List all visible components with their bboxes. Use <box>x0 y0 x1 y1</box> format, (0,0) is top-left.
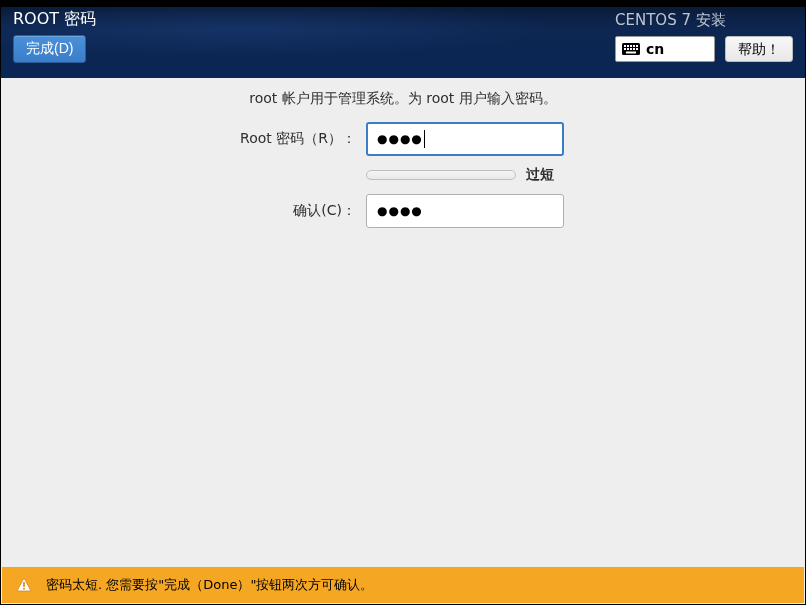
password-strength-bar <box>366 170 516 180</box>
svg-rect-10 <box>636 48 638 50</box>
keyboard-layout-label: cn <box>646 41 664 57</box>
svg-rect-11 <box>626 52 636 54</box>
svg-rect-5 <box>636 45 638 47</box>
warning-message: 密码太短. 您需要按"完成（Done）"按钮两次方可确认。 <box>46 576 373 594</box>
done-button[interactable]: 完成(D) <box>13 35 86 63</box>
password-label: Root 密码（R）： <box>240 130 366 148</box>
confirm-masked-value: ●●●● <box>377 204 423 218</box>
svg-rect-13 <box>23 588 25 590</box>
svg-rect-4 <box>633 45 635 47</box>
main-content: root 帐户用于管理系统。为 root 用户输入密码。 Root 密码（R）：… <box>1 78 805 240</box>
warning-bar: 密码太短. 您需要按"完成（Done）"按钮两次方可确认。 <box>2 567 804 603</box>
keyboard-indicator[interactable]: cn <box>615 36 715 62</box>
keyboard-icon <box>622 43 640 55</box>
header-bar: ROOT 密码 完成(D) CENTOS 7 安装 <box>1 1 805 78</box>
svg-rect-2 <box>627 45 629 47</box>
svg-rect-7 <box>627 48 629 50</box>
confirm-label: 确认(C)： <box>240 202 366 220</box>
confirm-password-input[interactable]: ●●●● <box>366 194 564 228</box>
password-masked-value: ●●●● <box>377 132 423 146</box>
svg-rect-3 <box>630 45 632 47</box>
help-button[interactable]: 帮助！ <box>725 36 793 62</box>
svg-rect-9 <box>633 48 635 50</box>
svg-rect-6 <box>624 48 626 50</box>
svg-rect-12 <box>23 582 25 587</box>
svg-rect-8 <box>630 48 632 50</box>
distro-title: CENTOS 7 安装 <box>615 11 793 30</box>
svg-rect-1 <box>624 45 626 47</box>
description-text: root 帐户用于管理系统。为 root 用户输入密码。 <box>17 90 789 108</box>
text-caret <box>424 130 425 148</box>
warning-icon <box>16 577 32 593</box>
root-password-input[interactable]: ●●●● <box>366 122 564 156</box>
password-strength-text: 过短 <box>526 166 554 184</box>
page-title: ROOT 密码 <box>13 9 96 30</box>
